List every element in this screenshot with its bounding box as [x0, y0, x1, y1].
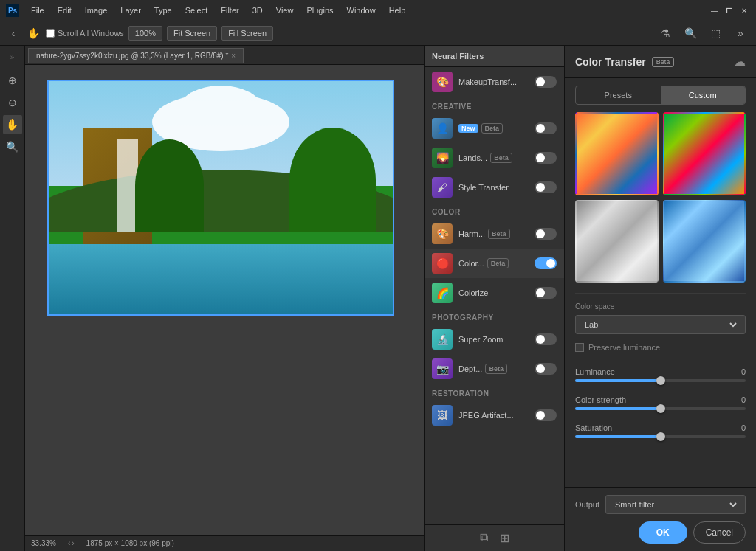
menu-plugins[interactable]: Plugins	[300, 4, 339, 16]
canvas-content[interactable]	[25, 65, 424, 535]
badge-beta-harmonize: Beta	[488, 229, 510, 239]
scroll-all-checkbox[interactable]	[46, 29, 55, 38]
close-button[interactable]: ✕	[738, 4, 750, 16]
hand-tool[interactable]: ✋	[25, 25, 41, 41]
color-space-select[interactable]: Lab RGB CMYK	[582, 319, 739, 330]
menu-window[interactable]: Window	[341, 4, 382, 16]
thumbnail-sunset[interactable]	[575, 112, 659, 195]
saturation-slider-track[interactable]	[575, 435, 746, 438]
filter-item-harmonize[interactable]: 🎨 Harm... Beta	[425, 219, 564, 249]
minimize-button[interactable]: —	[709, 4, 721, 16]
filter-toggle-style[interactable]	[535, 181, 557, 193]
output-select-dropdown[interactable]: Smart filter New layer Current layer	[605, 495, 746, 514]
ok-button[interactable]: OK	[639, 521, 687, 544]
filter-toggle-colortransfer[interactable]	[535, 257, 557, 269]
menu-select[interactable]: Select	[179, 4, 214, 16]
output-select[interactable]: Smart filter New layer Current layer	[612, 499, 739, 510]
colorstrength-slider-thumb[interactable]	[656, 404, 665, 413]
filter-icon-colorize: 🌈	[432, 283, 453, 303]
water-layer	[49, 244, 393, 314]
right-panel-scroll[interactable]: Presets Custom Color space Lab RGB CMYK	[565, 78, 756, 487]
filter-item-colortransfer[interactable]: 🔴 Color... Beta	[425, 249, 564, 278]
filter-info-jpeg: JPEG Artifact...	[458, 411, 529, 420]
filter-item-style[interactable]: 🖌 Style Transfer	[425, 173, 564, 202]
menu-help[interactable]: Help	[383, 4, 412, 16]
tab-close-btn[interactable]: ×	[231, 52, 236, 60]
window-controls[interactable]: — ⧠ ✕	[709, 4, 750, 16]
filter-item-colorize[interactable]: 🌈 Colorize	[425, 278, 564, 308]
preset-custom-tabs[interactable]: Presets Custom	[575, 86, 746, 105]
fill-screen-btn[interactable]: Fill Screen	[221, 26, 273, 41]
menu-3d[interactable]: 3D	[247, 4, 269, 16]
left-sidebar: » ⊕ ⊖ ✋ 🔍	[0, 46, 25, 551]
filter-item-depth[interactable]: 📷 Dept... Beta	[425, 354, 564, 384]
filter-info-makeup: MakeupTransf...	[458, 77, 529, 86]
tab-presets[interactable]: Presets	[576, 86, 661, 104]
colorstrength-label: Color strength	[575, 395, 626, 404]
cancel-button[interactable]: Cancel	[693, 521, 746, 544]
color-space-dropdown[interactable]: Lab RGB CMYK	[575, 315, 746, 334]
expand-icon[interactable]: »	[731, 24, 750, 43]
maximize-button[interactable]: ⧠	[724, 4, 735, 16]
zoom-in-tool[interactable]: ⊕	[3, 71, 22, 90]
menu-edit[interactable]: Edit	[52, 4, 78, 16]
filter-toggle-harmonize[interactable]	[535, 228, 557, 240]
fit-screen-btn[interactable]: Fit Screen	[167, 26, 217, 41]
filter-name-jpeg: JPEG Artifact...	[458, 411, 514, 420]
cloud-icon[interactable]: ☁	[734, 55, 746, 69]
menu-type[interactable]: Type	[148, 4, 178, 16]
status-bar: 33.33% ‹ › 1875 px × 1080 px (96 ppi)	[25, 535, 424, 551]
filter-info-harmonize: Harm... Beta	[458, 229, 529, 239]
workspace-icon[interactable]: ⬚	[706, 24, 725, 43]
luminance-slider-thumb[interactable]	[656, 376, 665, 385]
filter-item-faceage[interactable]: 👤 New Beta	[425, 114, 564, 143]
colorstrength-slider-track[interactable]	[575, 407, 746, 410]
section-creative: CREATIVE	[425, 97, 564, 114]
thumbnail-blue[interactable]	[663, 200, 746, 283]
neural-filters-scroll[interactable]: 🎨 MakeupTransf... CREATIVE 👤 New Beta 🌄	[425, 67, 564, 524]
menu-bar[interactable]: File Edit Image Layer Type Select Filter…	[25, 4, 411, 16]
filter-item-superzoom[interactable]: 🔬 Super Zoom	[425, 325, 564, 354]
sidebar-collapse-arrow[interactable]: »	[10, 53, 15, 61]
back-nav[interactable]: ‹	[6, 26, 21, 41]
preserve-luminance-checkbox[interactable]	[575, 343, 584, 352]
filter-toggle-depth[interactable]	[535, 363, 557, 375]
saturation-slider-thumb[interactable]	[656, 432, 665, 441]
menu-image[interactable]: Image	[79, 4, 114, 16]
layers-icon[interactable]: ⊞	[500, 531, 509, 545]
status-prev[interactable]: ‹	[68, 539, 70, 547]
status-nav[interactable]: ‹ ›	[68, 539, 75, 547]
filter-item-landscape[interactable]: 🌄 Lands... Beta	[425, 143, 564, 173]
zoom-out-tool[interactable]: ⊖	[3, 93, 22, 112]
luminance-slider-track[interactable]	[575, 379, 746, 382]
menu-file[interactable]: File	[25, 4, 50, 16]
trees-right-layer	[289, 128, 376, 232]
filter-item-jpeg[interactable]: 🖼 JPEG Artifact...	[425, 401, 564, 430]
app-logo: Ps	[6, 4, 19, 17]
scroll-all-windows-check[interactable]: Scroll All Windows	[46, 29, 124, 38]
zoom-value-btn[interactable]: 100%	[128, 26, 162, 41]
thumbnail-bw[interactable]	[575, 200, 659, 283]
filter-item-makeup[interactable]: 🎨 MakeupTransf...	[425, 67, 564, 97]
flask-icon[interactable]: ⚗	[656, 24, 675, 43]
hand-tool-sidebar[interactable]: ✋	[3, 115, 22, 134]
filter-toggle-faceage[interactable]	[535, 122, 557, 134]
status-next[interactable]: ›	[72, 539, 74, 547]
filter-toggle-jpeg[interactable]	[535, 409, 557, 421]
file-tab[interactable]: nature-2ygv7ssy2k0lxlzu.jpg @ 33,3% (Lay…	[28, 48, 244, 63]
filter-toggle-landscape[interactable]	[535, 152, 557, 164]
search-tool[interactable]: 🔍	[3, 137, 22, 156]
compare-icon[interactable]: ⧉	[480, 531, 488, 545]
menu-view[interactable]: View	[270, 4, 300, 16]
thumbnail-abstract[interactable]	[663, 112, 746, 195]
menu-layer[interactable]: Layer	[114, 4, 147, 16]
filter-info-landscape: Lands... Beta	[458, 153, 529, 163]
filter-toggle-colorize[interactable]	[535, 287, 557, 299]
filter-toggle-makeup[interactable]	[535, 76, 557, 88]
tab-custom[interactable]: Custom	[661, 86, 746, 104]
search-icon[interactable]: 🔍	[681, 24, 700, 43]
filter-info-faceage: New Beta	[458, 123, 529, 134]
filter-icon-colortransfer: 🔴	[432, 253, 453, 274]
menu-filter[interactable]: Filter	[215, 4, 244, 16]
filter-toggle-superzoom[interactable]	[535, 333, 557, 345]
